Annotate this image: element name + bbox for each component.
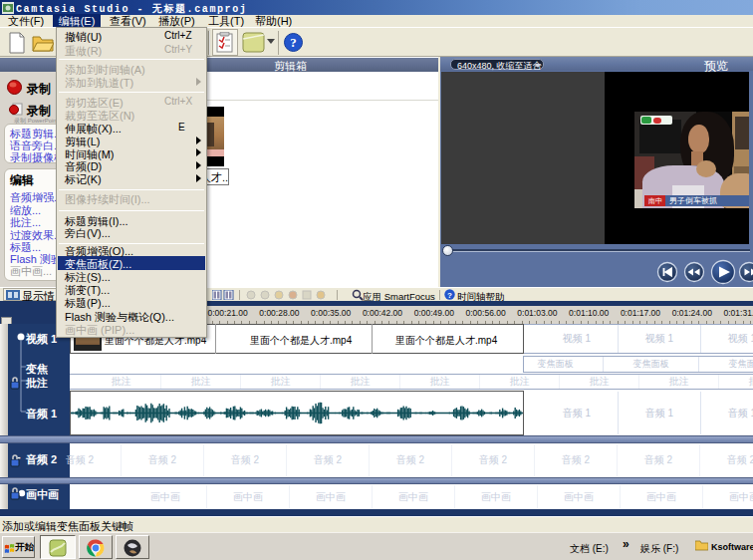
svg-text:?: ?	[290, 35, 297, 50]
svg-text:?: ?	[447, 291, 452, 300]
